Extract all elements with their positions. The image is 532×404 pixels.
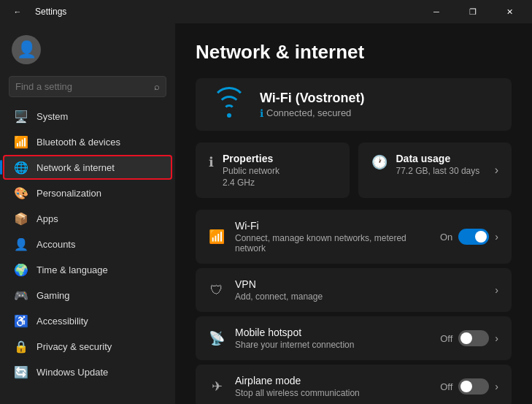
wifi-hero-card[interactable]: Wi-Fi (Vostronet) ℹ Connected, secured <box>196 78 512 131</box>
titlebar: ← Settings ─ ❐ ✕ <box>0 0 532 23</box>
network-icon: 🌐 <box>15 161 28 174</box>
wifi-status: ℹ Connected, secured <box>260 107 497 119</box>
search-box[interactable]: ⌕ <box>9 76 166 97</box>
hotspot-sub: Share your internet connection <box>235 340 430 350</box>
sidebar-item-apps[interactable]: 📦 Apps <box>3 206 172 231</box>
hotspot-right: Off › <box>440 330 498 346</box>
hotspot-toggle[interactable] <box>458 330 489 346</box>
airplane-toggle[interactable] <box>458 378 489 395</box>
airplane-toggle-label: Off <box>440 381 452 392</box>
airplane-right: Off › <box>440 378 498 395</box>
setting-row-hotspot[interactable]: 📡 Mobile hotspot Share your internet con… <box>196 316 512 360</box>
wifi-name: Wi-Fi (Vostronet) <box>260 91 497 106</box>
sidebar-item-label: Gaming <box>36 290 70 301</box>
data-usage-arrow: › <box>495 164 498 177</box>
airplane-arrow-icon: › <box>495 381 498 392</box>
airplane-text: Airplane mode Stop all wireless communic… <box>235 375 430 398</box>
sidebar-item-privacy[interactable]: 🔒 Privacy & security <box>3 334 172 359</box>
avatar: 👤 <box>12 35 41 64</box>
wifi-toggle-label: On <box>440 232 452 243</box>
apps-icon: 📦 <box>15 212 28 225</box>
properties-title: Properties <box>223 153 280 164</box>
vpn-arrow-icon: › <box>495 284 498 296</box>
setting-row-wifi[interactable]: 📶 Wi-Fi Connect, manage known networks, … <box>196 210 512 264</box>
data-usage-title: Data usage <box>396 153 480 164</box>
back-button[interactable]: ← <box>6 0 29 23</box>
sidebar-item-personalization[interactable]: 🎨 Personalization <box>3 180 172 205</box>
wifi-symbol-icon <box>210 90 248 119</box>
wifi-sub: Connect, manage known networks, metered … <box>235 233 430 254</box>
wifi-status-icon: ℹ <box>260 107 263 119</box>
sidebar-item-time[interactable]: 🌍 Time & language <box>3 257 172 282</box>
sidebar-item-label: Accessibility <box>36 316 88 327</box>
sidebar: 👤 ⌕ 🖥️ System 📶 Bluetooth & devices 🌐 Ne… <box>0 23 175 404</box>
wifi-status-text: Connected, secured <box>266 107 351 118</box>
time-icon: 🌍 <box>15 263 28 276</box>
sidebar-item-label: Personalization <box>36 188 101 199</box>
maximize-button[interactable]: ❐ <box>456 0 490 23</box>
sidebar-item-update[interactable]: 🔄 Windows Update <box>3 359 172 384</box>
sidebar-item-label: Windows Update <box>36 367 108 378</box>
sidebar-item-label: Time & language <box>36 264 108 275</box>
close-button[interactable]: ✕ <box>493 0 526 23</box>
minimize-button[interactable]: ─ <box>420 0 453 23</box>
wifi-text: Wi-Fi Connect, manage known networks, me… <box>235 220 430 254</box>
wifi-icon: 📶 <box>209 229 225 245</box>
sidebar-item-accessibility[interactable]: ♿ Accessibility <box>3 308 172 333</box>
data-usage-icon: 🕐 <box>371 154 388 170</box>
nav-list: 🖥️ System 📶 Bluetooth & devices 🌐 Networ… <box>0 103 175 385</box>
system-icon: 🖥️ <box>15 110 28 123</box>
update-icon: 🔄 <box>15 365 28 378</box>
sidebar-item-accounts[interactable]: 👤 Accounts <box>3 232 172 256</box>
hotspot-toggle-label: Off <box>440 333 452 344</box>
sidebar-item-label: Accounts <box>36 239 75 250</box>
sidebar-item-gaming[interactable]: 🎮 Gaming <box>3 283 172 308</box>
titlebar-left: ← Settings <box>6 0 66 23</box>
data-usage-card[interactable]: 🕐 Data usage 77.2 GB, last 30 days › <box>358 142 512 198</box>
sidebar-item-label: Network & internet <box>36 162 115 173</box>
titlebar-controls: ─ ❐ ✕ <box>420 0 526 23</box>
wifi-toggle[interactable] <box>458 229 489 245</box>
vpn-title: VPN <box>235 278 485 290</box>
hotspot-icon: 📡 <box>209 330 225 346</box>
accounts-icon: 👤 <box>15 237 28 251</box>
sidebar-item-network[interactable]: 🌐 Network & internet <box>3 155 172 180</box>
vpn-icon: 🛡 <box>209 283 225 298</box>
data-usage-info: Data usage 77.2 GB, last 30 days <box>396 153 480 176</box>
properties-icon: ℹ <box>209 154 214 170</box>
wifi-right: On › <box>440 229 498 245</box>
wifi-info: Wi-Fi (Vostronet) ℹ Connected, secured <box>260 91 497 119</box>
privacy-icon: 🔒 <box>15 340 28 353</box>
search-input[interactable] <box>15 81 150 92</box>
bluetooth-icon: 📶 <box>15 135 28 148</box>
gaming-icon: 🎮 <box>15 289 28 302</box>
page-title: Network & internet <box>196 41 512 64</box>
properties-sub1: Public network <box>223 166 280 176</box>
airplane-sub: Stop all wireless communication <box>235 388 430 398</box>
data-usage-sub: 77.2 GB, last 30 days <box>396 166 480 176</box>
properties-sub2: 2.4 GHz <box>223 178 280 188</box>
vpn-text: VPN Add, connect, manage <box>235 278 485 302</box>
wifi-arrow-icon: › <box>495 231 498 243</box>
titlebar-title: Settings <box>35 7 66 17</box>
content-area: Network & internet Wi-Fi (Vostronet) ℹ C… <box>175 23 532 404</box>
airplane-icon: ✈ <box>209 378 225 395</box>
wifi-title: Wi-Fi <box>235 220 430 232</box>
setting-row-airplane[interactable]: ✈ Airplane mode Stop all wireless commun… <box>196 365 512 404</box>
stats-row: ℹ Properties Public network 2.4 GHz 🕐 Da… <box>196 142 512 198</box>
airplane-title: Airplane mode <box>235 375 430 386</box>
sidebar-item-system[interactable]: 🖥️ System <box>3 104 172 129</box>
settings-list: 📶 Wi-Fi Connect, manage known networks, … <box>196 210 512 404</box>
search-icon: ⌕ <box>154 81 160 92</box>
user-icon: 👤 <box>17 40 36 59</box>
sidebar-item-label: Bluetooth & devices <box>36 137 120 148</box>
sidebar-item-label: Privacy & security <box>36 341 112 352</box>
properties-info: Properties Public network 2.4 GHz <box>223 153 280 188</box>
accessibility-icon: ♿ <box>15 314 28 327</box>
personalization-icon: 🎨 <box>15 186 28 199</box>
properties-card[interactable]: ℹ Properties Public network 2.4 GHz <box>196 142 350 198</box>
setting-row-vpn[interactable]: 🛡 VPN Add, connect, manage › <box>196 268 512 312</box>
hotspot-arrow-icon: › <box>495 332 498 344</box>
sidebar-item-label: System <box>36 111 68 122</box>
sidebar-item-bluetooth[interactable]: 📶 Bluetooth & devices <box>3 129 172 154</box>
